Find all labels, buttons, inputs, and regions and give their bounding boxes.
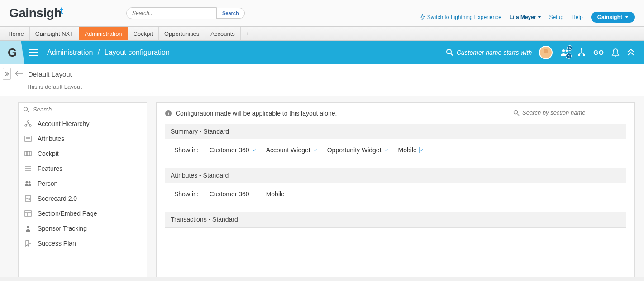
checkbox[interactable] (252, 191, 258, 197)
section-transactions-standard: Transactions - Standard (165, 212, 626, 228)
people-icon-button[interactable]: A 4 (560, 48, 570, 57)
gainsight-g-logo: G (0, 41, 24, 64)
library-item-section-embed-page[interactable]: Section/Embed Page (19, 206, 147, 221)
library-item-attributes[interactable]: Attributes (19, 131, 147, 146)
cockpit-icon (24, 150, 32, 157)
option-customer-360: Customer 360 (210, 190, 258, 198)
svg-point-45 (514, 110, 518, 114)
collapse-button[interactable] (627, 49, 635, 56)
info-icon: i (165, 110, 172, 117)
section-header[interactable]: Summary - Standard (165, 124, 626, 139)
breadcrumb: Administration / Layout configuration (47, 48, 170, 57)
layout-sub-header: Default Layout This is default Layout (0, 64, 644, 96)
help-link[interactable]: Help (572, 14, 583, 20)
network-icon-button[interactable] (577, 48, 586, 57)
svg-line-22 (28, 124, 30, 125)
menu-toggle[interactable] (24, 49, 43, 56)
back-button[interactable] (14, 70, 24, 78)
svg-line-21 (26, 124, 28, 125)
app-switcher[interactable]: Gainsight (591, 12, 635, 23)
library-item-sponsor-tracking[interactable]: Sponsor Tracking (19, 221, 147, 236)
svg-text:73: 73 (26, 197, 30, 201)
hierarchy-icon (24, 120, 32, 127)
person-icon (24, 180, 32, 187)
customer-search[interactable]: Customer name starts with (446, 48, 532, 57)
checkbox[interactable]: ✓ (419, 147, 425, 153)
user-menu[interactable]: Lila Meyer (510, 14, 541, 20)
sponsor-icon (24, 225, 32, 232)
layout-sections: i Configuration made will be applicable … (156, 102, 635, 277)
search-icon (23, 107, 29, 113)
bell-button[interactable] (611, 48, 620, 57)
tab-home[interactable]: Home (3, 27, 30, 40)
global-search-button[interactable]: Search (217, 8, 245, 19)
library-item-label: Features (38, 165, 62, 172)
library-search-input[interactable] (33, 106, 142, 113)
list-icon (24, 135, 32, 142)
svg-line-4 (451, 53, 453, 56)
setup-link[interactable]: Setup (549, 14, 563, 20)
checkbox[interactable]: ✓ (384, 147, 390, 153)
section-library: Account HierarchyAttributesCockpitFeatur… (18, 102, 147, 277)
user-avatar[interactable] (539, 46, 553, 59)
svg-rect-7 (581, 48, 582, 50)
svg-line-16 (27, 111, 29, 112)
checkbox[interactable] (287, 191, 293, 197)
search-icon (513, 110, 520, 116)
library-item-label: Scorecard 2.0 (38, 195, 77, 202)
show-in-label: Show in: (174, 190, 199, 198)
library-item-success-plan[interactable]: Success Plan (19, 236, 147, 251)
library-item-cockpit[interactable]: Cockpit (19, 146, 147, 161)
gainsight-logo: Gainsight (9, 6, 63, 20)
checkbox[interactable]: ✓ (252, 147, 258, 153)
layout-name: Default Layout (28, 70, 72, 78)
tab-opportunities[interactable]: Opportunities (159, 27, 205, 40)
info-message: i Configuration made will be applicable … (165, 110, 337, 117)
svg-point-18 (25, 125, 27, 126)
library-item-person[interactable]: Person (19, 176, 147, 191)
section-search-input[interactable] (522, 109, 626, 116)
breadcrumb-leaf: Layout configuration (105, 48, 170, 56)
option-customer-360: Customer 360✓ (210, 146, 258, 154)
tab-cockpit[interactable]: Cockpit (128, 27, 159, 40)
network-icon (577, 48, 586, 57)
show-in-label: Show in: (174, 146, 199, 154)
svg-rect-29 (29, 151, 31, 156)
library-item-label: Cockpit (38, 150, 59, 157)
library-item-label: Sponsor Tracking (38, 225, 87, 232)
svg-text:i: i (167, 111, 169, 116)
svg-rect-28 (27, 151, 29, 156)
checkbox[interactable]: ✓ (313, 147, 319, 153)
plan-icon (24, 240, 32, 247)
svg-point-15 (24, 107, 28, 111)
library-item-label: Person (38, 180, 57, 187)
tab-add[interactable]: + (241, 27, 255, 40)
expand-sidebar-button[interactable] (3, 68, 11, 80)
bell-icon (611, 48, 620, 57)
section-header[interactable]: Transactions - Standard (165, 212, 626, 227)
svg-line-11 (579, 53, 582, 54)
lightning-link[interactable]: Switch to Lightning Experience (420, 14, 501, 20)
library-item-features[interactable]: Features (19, 161, 147, 176)
features-icon (24, 165, 32, 172)
go-button[interactable]: GO (593, 49, 604, 56)
library-item-label: Attributes (38, 135, 64, 142)
tab-accounts[interactable]: Accounts (205, 27, 240, 40)
svg-rect-9 (583, 54, 585, 56)
library-search (19, 103, 147, 116)
library-item-scorecard-2-0[interactable]: 73Scorecard 2.0 (19, 191, 147, 206)
option-mobile: Mobile (266, 190, 293, 198)
tab-administration[interactable]: Administration (79, 27, 128, 40)
global-search-input[interactable] (126, 7, 217, 19)
section-summary-standard: Summary - StandardShow in:Customer 360✓A… (165, 124, 626, 161)
svg-line-46 (517, 114, 519, 116)
svg-point-5 (562, 49, 565, 52)
lightning-icon (420, 14, 425, 20)
scorecard-icon: 73 (24, 195, 32, 202)
library-item-account-hierarchy[interactable]: Account Hierarchy (19, 116, 147, 131)
tab-gainsight-nxt[interactable]: Gainsight NXT (30, 27, 80, 40)
option-opportunity-widget: Opportunity Widget✓ (327, 146, 390, 154)
breadcrumb-root[interactable]: Administration (47, 48, 93, 56)
salesforce-header: Gainsight Search Switch to Lightning Exp… (0, 0, 644, 26)
section-header[interactable]: Attributes - Standard (165, 168, 626, 183)
